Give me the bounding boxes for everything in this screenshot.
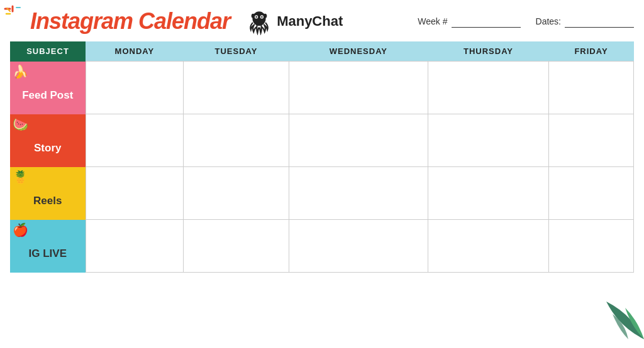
cell-reels-friday[interactable] <box>548 167 633 220</box>
svg-point-9 <box>261 16 263 18</box>
manychat-logo: ManyChat <box>245 8 343 35</box>
header: Instagram Calendar ManyChat <box>10 8 634 35</box>
week-dates-section: Week # Dates: <box>418 15 634 28</box>
cell-ig-live-friday[interactable] <box>548 220 633 273</box>
dates-label: Dates: <box>536 16 561 26</box>
cell-feed-post-wednesday[interactable] <box>289 62 428 114</box>
week-input[interactable] <box>452 15 521 28</box>
cell-story-wednesday[interactable] <box>289 114 428 167</box>
cell-feed-post-tuesday[interactable] <box>184 62 289 114</box>
page-title: Instagram Calendar <box>30 8 230 34</box>
week-label: Week # <box>418 16 447 26</box>
manychat-octopus-icon <box>245 8 273 35</box>
subject-reels: 🍍Reels <box>10 167 86 220</box>
cell-feed-post-monday[interactable] <box>86 62 184 114</box>
th-tuesday: TUESDAY <box>184 41 289 62</box>
fruit-icon: 🍎 <box>13 222 28 237</box>
cell-story-tuesday[interactable] <box>184 114 289 167</box>
row-feed-post: 🍌Feed Post <box>10 62 634 114</box>
th-thursday: THURSDAY <box>428 41 549 62</box>
row-reels: 🍍Reels <box>10 167 634 220</box>
th-friday: FRIDAY <box>548 41 633 62</box>
svg-point-5 <box>253 11 266 26</box>
th-wednesday: WEDNESDAY <box>289 41 428 62</box>
svg-point-10 <box>252 14 255 18</box>
dates-field: Dates: <box>536 15 634 28</box>
svg-point-8 <box>255 16 257 18</box>
subject-story: 🍉Story <box>10 114 86 167</box>
cell-story-thursday[interactable] <box>428 114 549 167</box>
cell-ig-live-thursday[interactable] <box>428 220 549 273</box>
fruit-icon: 🍉 <box>13 117 28 132</box>
cell-feed-post-thursday[interactable] <box>428 62 549 114</box>
week-field: Week # <box>418 15 520 28</box>
page: Instagram Calendar ManyChat <box>0 0 644 348</box>
subject-ig-live: 🍎IG LIVE <box>10 220 86 273</box>
brand-name: ManyChat <box>277 13 343 30</box>
cell-story-friday[interactable] <box>548 114 633 167</box>
th-monday: MONDAY <box>86 41 184 62</box>
row-story: 🍉Story <box>10 114 634 167</box>
dates-input[interactable] <box>565 15 634 28</box>
cell-feed-post-friday[interactable] <box>548 62 633 114</box>
cell-ig-live-tuesday[interactable] <box>184 220 289 273</box>
subject-feed-post: 🍌Feed Post <box>10 62 86 114</box>
cell-reels-monday[interactable] <box>86 167 184 220</box>
header-row: SUBJECT MONDAY TUESDAY WEDNESDAY THURSDA… <box>10 41 634 62</box>
fruit-icon: 🍍 <box>13 170 28 185</box>
cell-ig-live-wednesday[interactable] <box>289 220 428 273</box>
row-ig-live: 🍎IG LIVE <box>10 220 634 273</box>
cell-ig-live-monday[interactable] <box>86 220 184 273</box>
cell-reels-thursday[interactable] <box>428 167 549 220</box>
fruit-icon: 🍌 <box>13 64 28 79</box>
cell-reels-tuesday[interactable] <box>184 167 289 220</box>
cell-story-monday[interactable] <box>86 114 184 167</box>
leaf-decoration <box>594 295 644 348</box>
th-subject: SUBJECT <box>10 41 86 62</box>
svg-point-11 <box>264 14 267 18</box>
cell-reels-wednesday[interactable] <box>289 167 428 220</box>
calendar-table: SUBJECT MONDAY TUESDAY WEDNESDAY THURSDA… <box>10 41 634 273</box>
spark-decoration <box>4 5 21 23</box>
